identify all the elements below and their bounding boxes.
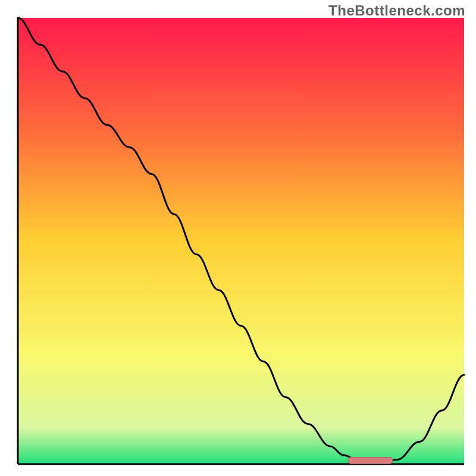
plot-background (18, 18, 464, 464)
bottleneck-chart (0, 0, 476, 476)
watermark-text: TheBottleneck.com (328, 2, 465, 19)
chart-svg (0, 0, 476, 476)
optimal-zone-marker (348, 458, 393, 464)
